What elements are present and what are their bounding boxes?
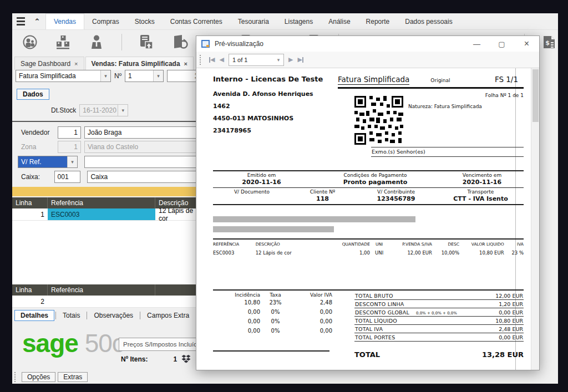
n-itens-value: 1 bbox=[173, 355, 177, 363]
close-icon[interactable]: × bbox=[184, 60, 187, 67]
menu-bar: ⌃ Vendas Compras Stocks Contas Correntes… bbox=[12, 13, 558, 30]
menu-tab-tesouraria[interactable]: Tesouraria bbox=[230, 13, 277, 29]
tab-label: Sage Dashboard bbox=[21, 60, 70, 68]
screenshot-frame: ⌃ Vendas Compras Stocks Contas Correntes… bbox=[0, 0, 568, 392]
cell-linha[interactable]: 1 bbox=[12, 208, 48, 220]
tab-opcoes[interactable]: Opções bbox=[22, 372, 55, 382]
vref-type-select[interactable]: V/ Ref. ▾ bbox=[18, 156, 78, 168]
col-referencia[interactable]: Referência bbox=[48, 197, 155, 208]
preview-page-area[interactable]: Interno - Licencas De Teste Fatura Simpl… bbox=[196, 68, 539, 370]
grid-header: Linha Referência bbox=[12, 284, 207, 296]
transporte-label: Transporte bbox=[438, 189, 524, 195]
tab-totais[interactable]: Totais bbox=[57, 310, 85, 320]
maximize-button[interactable]: ▢ bbox=[489, 36, 514, 52]
cell-referencia-selected[interactable]: ESC0003 bbox=[48, 208, 155, 220]
chevron-up-icon: ⌃ bbox=[34, 17, 40, 26]
scrollbar-thumb[interactable] bbox=[532, 69, 539, 122]
cell-referencia[interactable] bbox=[48, 296, 155, 307]
preview-window: Pré-visualização — ▢ × ◀ ◀ 1 of 1 ▾ ▶ ▶ … bbox=[196, 35, 540, 370]
divider bbox=[12, 121, 207, 122]
hdr-pvenda: P.VENDA S/IVA bbox=[388, 242, 432, 247]
iva-summary-table: Incidência Taxa Valor IVA 10,80 23% 2,48… bbox=[219, 292, 332, 337]
minimize-button[interactable]: — bbox=[464, 36, 489, 52]
vendedor-name-field[interactable]: João Braga bbox=[84, 126, 205, 139]
previous-page-button[interactable]: ◀ bbox=[219, 56, 224, 63]
item-row: ESC0003 12 Lápis de cor 1,00 UNI 12,00 E… bbox=[213, 248, 524, 258]
totals-table: TOTAL BRUTO 12,00 EUR DESCONTO LINHA 1,2… bbox=[354, 292, 524, 342]
collapse-ribbon-button[interactable]: ⌃ bbox=[29, 13, 45, 29]
vendedor-row: Vendedor 1 João Braga bbox=[12, 126, 207, 139]
col-referencia[interactable]: Referência bbox=[48, 284, 155, 296]
customers-button[interactable] bbox=[21, 33, 38, 51]
hdr-referencia: REFERÊNCIA bbox=[213, 242, 256, 247]
precos-impostos-field[interactable]: Preços S/Impostos Incluídos bbox=[119, 338, 209, 351]
document-refresh-icon bbox=[172, 34, 189, 50]
hdr-quantidade: QUANTIDADE bbox=[332, 242, 370, 247]
grid-empty-area[interactable] bbox=[12, 221, 207, 284]
tab-campos-extra[interactable]: Campos Extra bbox=[141, 310, 195, 320]
tab-vendas-fatura-simplificada[interactable]: Vendas: Fatura Simplificada × bbox=[85, 57, 194, 70]
next-page-button[interactable]: ▶ bbox=[288, 56, 293, 63]
serie-select[interactable]: 1 ▾ bbox=[125, 70, 164, 82]
col-linha[interactable]: Linha bbox=[12, 197, 48, 208]
tab-sage-dashboard[interactable]: Sage Dashboard × bbox=[14, 57, 84, 70]
menu-tab-compras[interactable]: Compras bbox=[84, 13, 127, 29]
menu-tab-analise[interactable]: Análise bbox=[321, 13, 358, 29]
qr-code bbox=[354, 96, 403, 145]
tab-detalhes[interactable]: Detalhes bbox=[14, 310, 54, 321]
first-page-button[interactable]: ◀ bbox=[209, 56, 215, 63]
tab-observacoes[interactable]: Observações bbox=[88, 310, 139, 320]
dtstock-field: 16-11-2020 ▾ bbox=[79, 104, 128, 116]
last-page-button[interactable]: ▶ bbox=[297, 56, 303, 63]
preview-titlebar[interactable]: Pré-visualização — ▢ × bbox=[196, 36, 539, 52]
doc-type-select[interactable]: Fatura Simplificada ▾ bbox=[16, 70, 111, 82]
caixa-code: 001 bbox=[58, 173, 69, 181]
vendedor-code-field[interactable]: 1 bbox=[58, 126, 81, 139]
chevron-down-icon[interactable]: ▾ bbox=[273, 57, 283, 63]
emitido-label: Emitido em bbox=[213, 172, 310, 178]
invoice-values-button[interactable]: $ bbox=[541, 33, 558, 51]
menu-tab-dados-pessoais[interactable]: Dados pessoais bbox=[397, 13, 460, 29]
convert-document-button[interactable] bbox=[171, 33, 189, 51]
page-select[interactable]: 1 of 1 ▾ bbox=[229, 54, 284, 66]
cell-linha[interactable]: 2 bbox=[12, 296, 48, 307]
caixa-code-field[interactable]: 001 bbox=[54, 171, 81, 183]
vertical-scrollbar[interactable] bbox=[531, 68, 539, 370]
detail-tab-strip: Detalhes Totais Observações Campos Extra bbox=[14, 309, 197, 322]
grid-row-2[interactable]: 2 bbox=[12, 296, 207, 308]
logo-50c-text: 50c bbox=[78, 329, 124, 358]
vref-value-field[interactable] bbox=[84, 156, 205, 168]
caixa-name-field[interactable]: Caixa bbox=[87, 171, 207, 183]
salesperson-button[interactable] bbox=[88, 33, 105, 51]
company-name: Interno - Licencas De Teste bbox=[213, 75, 323, 83]
new-document-button[interactable] bbox=[138, 33, 155, 51]
col-linha[interactable]: Linha bbox=[12, 284, 48, 296]
item-desconto: 10,00% bbox=[432, 250, 459, 256]
menu-tab-stocks[interactable]: Stocks bbox=[127, 13, 163, 29]
caixa-label: Caixa: bbox=[21, 173, 54, 181]
dados-section-tab[interactable]: Dados bbox=[17, 89, 49, 100]
chevron-down-icon[interactable]: ▾ bbox=[153, 70, 163, 82]
item-pvenda: 12,00 EUR bbox=[388, 250, 432, 256]
chevron-down-icon[interactable]: ▾ bbox=[100, 70, 110, 82]
menu-tab-vendas[interactable]: Vendas bbox=[45, 13, 84, 29]
iva-table-rule bbox=[213, 350, 329, 352]
chevron-down-icon[interactable]: ▾ bbox=[67, 156, 77, 167]
precos-impostos-text: Preços S/Impostos Incluídos bbox=[123, 341, 204, 348]
preview-window-title: Pré-visualização bbox=[215, 40, 464, 48]
vref-row: V/ Ref. ▾ bbox=[12, 156, 207, 168]
grand-total-row: TOTAL 13,28 EUR bbox=[354, 348, 524, 359]
menu-tab-reporte[interactable]: Reporte bbox=[358, 13, 398, 29]
toolbar-grip[interactable] bbox=[200, 55, 202, 65]
hamburger-menu-button[interactable] bbox=[12, 13, 29, 29]
menu-tab-contas-correntes[interactable]: Contas Correntes bbox=[163, 13, 230, 29]
close-button[interactable]: × bbox=[514, 36, 539, 52]
tab-extras[interactable]: Extras bbox=[58, 372, 88, 382]
grid-row-1[interactable]: 1 ESC0003 12 Lápis de cor bbox=[12, 208, 207, 221]
stocks-button[interactable] bbox=[54, 33, 72, 51]
document-tab-strip: Sage Dashboard × Vendas: Fatura Simplifi… bbox=[14, 57, 194, 70]
drag-grip[interactable] bbox=[14, 372, 17, 382]
close-icon[interactable]: × bbox=[74, 60, 78, 67]
svg-text:$: $ bbox=[546, 39, 550, 47]
menu-tab-listagens[interactable]: Listagens bbox=[277, 13, 321, 29]
